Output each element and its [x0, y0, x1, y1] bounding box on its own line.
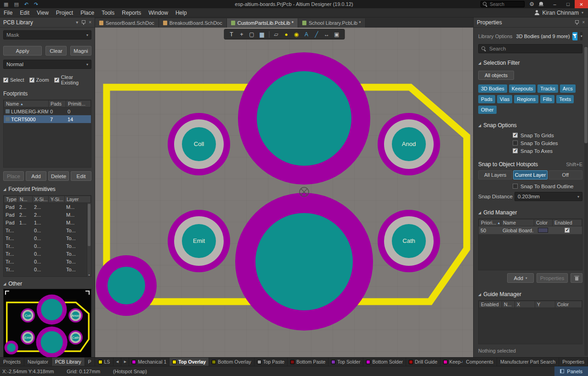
section-collapse-icon[interactable]: ◢ [478, 292, 481, 297]
column-header[interactable]: Priori... [479, 219, 501, 226]
snap-options-section[interactable]: ◢ Snap Options [478, 122, 582, 129]
filter-chip[interactable]: Texts [556, 95, 574, 103]
panel-tab[interactable]: Properties [559, 358, 588, 366]
snap-option[interactable]: Snap To Guides [513, 140, 582, 146]
toolbar-icon[interactable]: ● [282, 30, 291, 39]
scrollbar-thumb[interactable] [584, 47, 588, 143]
footprint-primitives-section[interactable]: ◢ Footprint Primitives [3, 186, 91, 192]
pad-bottom-center[interactable] [255, 213, 353, 310]
apply-button[interactable]: Apply [3, 46, 42, 56]
checkbox[interactable] [29, 78, 34, 83]
section-collapse-icon[interactable]: ◢ [478, 211, 481, 215]
filter-chip[interactable]: Other [478, 106, 497, 114]
section-collapse-icon[interactable]: ◢ [478, 61, 481, 65]
menu-item[interactable]: Project [52, 8, 77, 17]
column-header[interactable]: X-Si... [33, 196, 49, 202]
pad-top-center[interactable] [257, 71, 351, 166]
mode-dropdown[interactable]: Normal ▾ [3, 60, 91, 69]
global-search-input[interactable] [490, 2, 522, 7]
user-menu[interactable]: Kiran Chinnam ▾ [534, 10, 583, 16]
primitive-row[interactable]: Pad 1... 1... M... [4, 219, 91, 226]
all-objects-button[interactable]: All objects [478, 71, 514, 80]
settings-gear-icon[interactable]: ⚙ [529, 0, 534, 8]
section-collapse-icon[interactable]: ◢ [3, 187, 6, 191]
close-button[interactable]: × [575, 0, 588, 8]
layer-tab[interactable]: Keep-Out Layer [441, 358, 463, 366]
clear-button[interactable]: Clear [45, 46, 67, 56]
pad-corner[interactable] [107, 267, 145, 304]
layer-tab[interactable]: Top Paste [254, 358, 288, 366]
document-tab[interactable]: SensorBoard.SchDoc [95, 18, 159, 28]
scroll-down-icon[interactable]: ▾ [87, 273, 91, 276]
column-header[interactable]: X [515, 301, 535, 308]
primitive-row[interactable]: Pad 2... 2... M... [4, 211, 91, 219]
hotspot-mode-button[interactable]: All Layers [478, 170, 512, 180]
toolbar-icon[interactable]: ▱ [271, 30, 281, 39]
snap-option[interactable]: Snap To Axes [513, 148, 582, 154]
primitive-row[interactable]: Tr... 0... To... [4, 258, 91, 265]
filter-chip[interactable]: Regions [514, 95, 538, 103]
close-icon[interactable]: × [89, 20, 91, 25]
column-header[interactable]: Enabled [553, 219, 582, 226]
layer-tab[interactable]: Mechanical 1 [129, 358, 170, 366]
filter-chip[interactable]: Vias [497, 95, 512, 103]
menu-item[interactable]: Edit [16, 8, 33, 17]
layer-tab[interactable]: Drill Guide [406, 358, 441, 366]
toolbar-icon[interactable]: ▣ [332, 30, 341, 39]
grid-color-swatch[interactable] [538, 228, 548, 233]
save-icon[interactable]: ▤ [14, 0, 18, 8]
column-header[interactable]: Y [535, 301, 555, 308]
scrollbar[interactable]: ▾ [87, 203, 91, 276]
filter-chip[interactable]: Pads [478, 95, 495, 103]
snap-board-outline-option[interactable]: Snap To Board Outline [513, 183, 582, 189]
primitive-row[interactable]: Tr... 0... To... [4, 265, 91, 273]
hotspot-mode-button[interactable]: Current Layer [513, 170, 547, 180]
primitive-row[interactable]: Tr... 0... To... [4, 250, 91, 258]
column-header[interactable]: Name [501, 219, 534, 226]
column-header[interactable]: Color [555, 301, 582, 308]
filter-chip[interactable]: 3D Bodies [478, 84, 507, 93]
column-header[interactable]: Primiti... [66, 101, 90, 107]
footprint-action-button[interactable]: Edit [71, 171, 91, 181]
toolbar-icon[interactable]: A [302, 30, 311, 39]
undo-icon[interactable]: ↶ [24, 0, 28, 8]
scroll-left-icon[interactable]: ◀ [113, 358, 121, 366]
menu-item[interactable]: Window [145, 8, 172, 17]
footprint-row[interactable]: TCRT5000 7 14 [4, 115, 91, 123]
panel-tab[interactable]: Components [463, 358, 497, 366]
close-icon[interactable]: × [582, 20, 585, 25]
panel-tab[interactable]: Navigator [24, 358, 52, 366]
grid-manager-section[interactable]: ◢ Grid Manager [478, 209, 582, 216]
panel-menu-icon[interactable]: ▾ [76, 20, 78, 25]
magnify-button[interactable]: Magni [70, 46, 91, 56]
filter-dropdown-button[interactable]: ▾ [580, 32, 582, 40]
minimize-button[interactable]: – [548, 0, 561, 8]
grid-row[interactable]: 50 Global Board... [479, 226, 582, 234]
footprint-preview[interactable]: CollAnodEmitCath [3, 289, 91, 357]
grid-properties-button[interactable]: Properties [537, 273, 568, 283]
maximize-button[interactable]: □ [561, 0, 575, 8]
checkbox[interactable] [54, 78, 59, 83]
layer-tab[interactable]: Top Solder [328, 358, 363, 366]
section-collapse-icon[interactable]: ◢ [478, 123, 481, 128]
menu-item[interactable]: Tools [98, 8, 118, 17]
panel-tab[interactable]: P [85, 358, 95, 366]
notifications-bell-icon[interactable] [539, 1, 543, 7]
properties-search[interactable] [478, 44, 582, 53]
snap-distance-dropdown[interactable]: 0.203mm ▾ [514, 192, 582, 201]
toolbar-icon[interactable]: T [227, 30, 236, 39]
scrollbar[interactable] [584, 46, 588, 356]
toolbar-icon[interactable]: ▆ [257, 30, 266, 39]
column-header[interactable]: N... [502, 301, 515, 308]
menu-item[interactable]: File [0, 8, 16, 17]
scroll-right-icon[interactable]: ▶ [121, 358, 129, 366]
checkbox[interactable] [513, 148, 518, 153]
layer-tab[interactable]: Bottom Solder [363, 358, 406, 366]
document-tab[interactable]: CustomPartsLib.PcbLib * [227, 18, 298, 28]
toolbar-icon[interactable]: ◉ [292, 30, 301, 39]
primitive-row[interactable]: Tr... 0... To... [4, 234, 91, 242]
filter-chip[interactable]: Keepouts [509, 84, 536, 93]
panels-button[interactable]: Panels [554, 366, 588, 376]
toolbar-icon[interactable]: ↔ [322, 30, 331, 39]
redo-icon[interactable]: ↷ [34, 0, 38, 8]
